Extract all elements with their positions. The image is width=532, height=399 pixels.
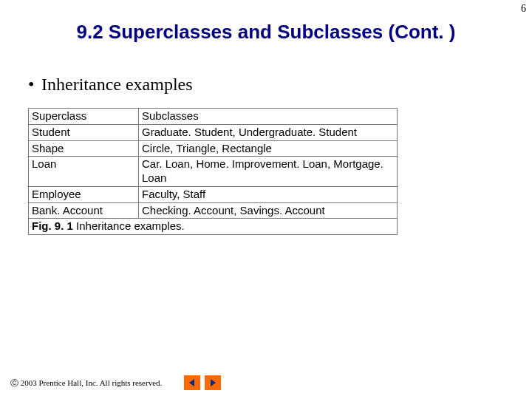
table-row: Loan Car. Loan, Home. Improvement. Loan,… (29, 157, 398, 187)
table-caption-row: Fig. 9. 1 Inheritance examples. (29, 219, 398, 235)
inheritance-table: Superclass Subclasses Student Graduate. … (28, 108, 398, 235)
table-caption: Fig. 9. 1 Inheritance examples. (29, 219, 398, 235)
cell-super: Employee (29, 186, 139, 202)
table-row: Employee Faculty, Staff (29, 186, 398, 202)
cell-super: Loan (29, 157, 139, 187)
cell-sub: Circle, Triangle, Rectangle (139, 140, 398, 157)
svg-marker-0 (189, 379, 194, 386)
next-button[interactable] (205, 375, 221, 390)
figure-caption-text: Inheritance examples. (73, 219, 185, 232)
svg-marker-1 (211, 379, 216, 386)
footer: Ⓒ 2003 Prentice Hall, Inc. All rights re… (10, 375, 221, 390)
table-header-row: Superclass Subclasses (29, 109, 398, 125)
header-superclass: Superclass (29, 109, 139, 125)
arrow-right-icon (208, 378, 217, 387)
bullet-text: Inheritance examples (41, 75, 193, 94)
bullet-item: •Inheritance examples (28, 75, 532, 95)
table-row: Shape Circle, Triangle, Rectangle (29, 140, 398, 157)
header-subclasses: Subclasses (139, 109, 398, 125)
arrow-left-icon (188, 378, 197, 387)
copyright-text: Ⓒ 2003 Prentice Hall, Inc. All rights re… (10, 378, 162, 389)
cell-super: Shape (29, 140, 139, 157)
cell-super: Bank. Account (29, 202, 139, 219)
cell-sub: Checking. Account, Savings. Account (139, 202, 398, 219)
cell-sub: Car. Loan, Home. Improvement. Loan, Mort… (139, 157, 398, 187)
bullet-dot: • (28, 75, 41, 95)
table-row: Bank. Account Checking. Account, Savings… (29, 202, 398, 219)
nav-arrows (184, 375, 221, 390)
prev-button[interactable] (184, 375, 200, 390)
cell-super: Student (29, 124, 139, 140)
cell-sub: Faculty, Staff (139, 186, 398, 202)
slide-title: 9.2 Superclasses and Subclasses (Cont. ) (0, 21, 532, 44)
table-row: Student Graduate. Student, Undergraduate… (29, 124, 398, 140)
figure-number: Fig. 9. 1 (32, 219, 73, 232)
cell-sub: Graduate. Student, Undergraduate. Studen… (139, 124, 398, 140)
inheritance-table-wrap: Superclass Subclasses Student Graduate. … (28, 108, 398, 235)
page-number: 6 (521, 3, 526, 15)
